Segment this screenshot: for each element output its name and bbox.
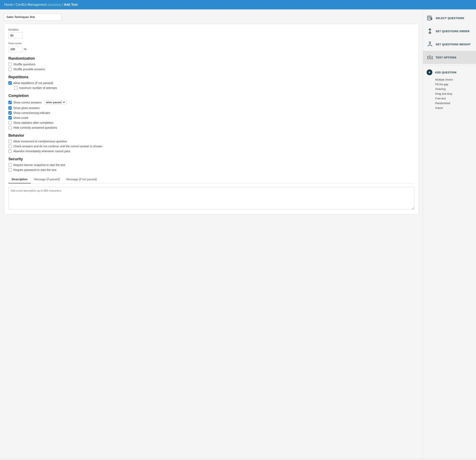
set-order-label: SET QUESTIONS ORDER (436, 30, 470, 33)
show-statistics-label: Show statistics after completion (13, 121, 53, 124)
require-password-label: Require password to start the test (13, 168, 56, 172)
question-type-fill-the-gap[interactable]: Fill the gap (427, 82, 472, 87)
header: Home / Conflict Management (SALES101) / … (0, 0, 476, 9)
nav-set-order[interactable]: SET QUESTIONS ORDER (423, 25, 476, 38)
set-order-icon (427, 28, 433, 35)
nav-select-questions[interactable]: SELECT QUESTIONS (423, 11, 476, 25)
abandon-checkbox[interactable] (8, 150, 12, 153)
require-snapshot-row: Require learner snapshot to start the te… (8, 163, 414, 167)
shuffle-questions-checkbox[interactable] (8, 63, 12, 66)
select-questions-icon (427, 15, 433, 21)
footer-bar: Save and view ▾ or cancel (0, 459, 476, 460)
show-correct-wrong-row: Show correct/wrong indicator (8, 111, 414, 114)
pass-score-input[interactable] (8, 46, 23, 52)
description-textarea[interactable] (8, 187, 414, 209)
show-statistics-row: Show statistics after completion (8, 121, 414, 124)
show-given-answers-row: Show given answers (8, 106, 414, 110)
add-question-header: + ADD QUESTION (427, 69, 472, 75)
nav-test-options[interactable]: TEST OPTIONS (423, 51, 476, 64)
tab-description[interactable]: Description (8, 176, 31, 183)
breadcrumb-course[interactable]: Conflict Management (16, 3, 46, 6)
show-given-answers-checkbox[interactable] (8, 106, 12, 110)
show-score-label: Show score (13, 116, 28, 120)
add-question-label: ADD QUESTION (435, 71, 457, 74)
when-passed-select[interactable]: when passed always never (44, 100, 66, 105)
tabs-row: Description Message (if passed) Message … (8, 176, 414, 184)
security-title: Security (8, 157, 414, 161)
duration-input[interactable] (8, 32, 23, 39)
right-panel-divider (423, 65, 476, 65)
test-title-input[interactable] (4, 14, 61, 20)
max-attempts-label: maximum number of attempts (19, 86, 57, 89)
check-answers-row: Check answers and do not continue until … (8, 145, 414, 148)
right-panel: SELECT QUESTIONS SET QUESTIONS ORDER (423, 9, 476, 459)
test-options-icon (427, 54, 433, 61)
allow-movement-row: Allow movement to next/previous question (8, 140, 414, 143)
allow-repetitions-checkbox[interactable] (8, 81, 12, 85)
question-type-randomized[interactable]: Randomized (427, 101, 472, 105)
require-password-checkbox[interactable] (8, 168, 12, 172)
completion-title: Completion (8, 94, 414, 98)
allow-movement-label: Allow movement to next/previous question (13, 140, 67, 143)
question-type-free-text[interactable]: Free text (427, 96, 472, 101)
shuffle-questions-row: Shuffle questions (8, 63, 414, 66)
set-weight-icon (427, 41, 433, 48)
show-correct-answers-label: Show correct answers (13, 101, 42, 104)
check-answers-label: Check answers and do not continue until … (13, 145, 102, 148)
nav-set-weight[interactable]: SET QUESTIONS WEIGHT (423, 38, 476, 51)
check-answers-checkbox[interactable] (8, 145, 12, 148)
shuffle-answers-checkbox[interactable] (8, 68, 12, 71)
require-snapshot-checkbox[interactable] (8, 163, 12, 167)
repetitions-title: Repetitions (8, 75, 414, 79)
require-password-row: Require password to start the test (8, 168, 414, 172)
pass-score-label: Pass score (8, 42, 414, 45)
question-type-drag-and-drop[interactable]: Drag and drop (427, 91, 472, 96)
set-weight-label: SET QUESTIONS WEIGHT (436, 43, 471, 46)
max-attempts-checkbox[interactable] (14, 86, 17, 89)
question-type-import[interactable]: Import (427, 105, 472, 110)
show-correct-wrong-checkbox[interactable] (8, 111, 12, 114)
breadcrumb-sep1: / (13, 3, 16, 6)
tab-message-passed[interactable]: Message (if passed) (31, 176, 63, 183)
svg-point-6 (429, 42, 431, 43)
behavior-title: Behavior (8, 133, 414, 138)
hide-correctly-answered-checkbox[interactable] (8, 126, 12, 129)
max-attempts-row: maximum number of attempts (14, 86, 414, 89)
pass-score-suffix: % (24, 48, 26, 51)
breadcrumb-home[interactable]: Home (4, 3, 13, 6)
show-score-checkbox[interactable] (8, 116, 12, 120)
left-panel: Duration Pass score % Randomization Shuf… (0, 9, 423, 459)
show-score-row: Show score (8, 116, 414, 120)
shuffle-answers-label: Shuffle possible answers (13, 68, 45, 71)
allow-repetitions-label: Allow repetitions (if not passed) (13, 81, 53, 85)
question-type-ordering[interactable]: Ordering (427, 87, 472, 91)
breadcrumb-current: Add Test (64, 3, 78, 6)
hide-correctly-answered-label: Hide correctly answered questions (13, 126, 57, 129)
select-questions-label: SELECT QUESTIONS (436, 17, 464, 20)
show-given-answers-label: Show given answers (13, 106, 40, 110)
randomization-title: Randomization (8, 56, 414, 61)
abandon-row: Abandon immediately whenever cannot pass (8, 150, 414, 153)
shuffle-answers-row: Shuffle possible answers (8, 68, 414, 71)
test-options-label: TEST OPTIONS (436, 56, 456, 59)
breadcrumb-sep2: / (61, 3, 64, 6)
show-correct-answers-row: Show correct answers when passed always … (8, 100, 414, 105)
allow-movement-checkbox[interactable] (8, 140, 12, 143)
shuffle-questions-label: Shuffle questions (13, 63, 35, 66)
tab-message-not-passed[interactable]: Message (if not passed) (63, 176, 100, 183)
plus-icon: + (427, 69, 432, 75)
duration-label: Duration (8, 28, 414, 31)
breadcrumb-code: (SALES101) (48, 3, 61, 6)
abandon-label: Abandon immediately whenever cannot pass (13, 150, 70, 153)
show-correct-wrong-label: Show correct/wrong indicator (13, 111, 50, 114)
require-snapshot-label: Require learner snapshot to start the te… (13, 163, 65, 167)
allow-repetitions-row: Allow repetitions (if not passed) (8, 81, 414, 85)
hide-correctly-answered-row: Hide correctly answered questions (8, 126, 414, 129)
show-statistics-checkbox[interactable] (8, 121, 12, 124)
add-question-section: + ADD QUESTION Multiple choice Fill the … (423, 67, 476, 113)
show-correct-answers-checkbox[interactable] (8, 101, 12, 104)
question-type-multiple-choice[interactable]: Multiple choice (427, 77, 472, 82)
